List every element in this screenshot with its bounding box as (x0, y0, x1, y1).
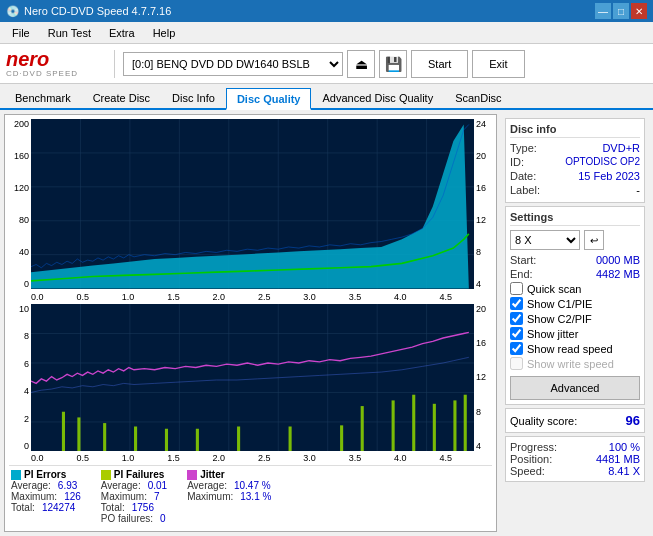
c1pie-label: Show C1/PIE (527, 298, 592, 310)
svg-rect-28 (134, 426, 137, 451)
pi-failures-group: PI Failures Average: 0.01 Maximum: 7 Tot… (101, 469, 167, 524)
jitter-label: Jitter (200, 469, 224, 480)
titlebar-title: 💿 Nero CD-DVD Speed 4.7.7.16 (6, 5, 171, 18)
menu-run-test[interactable]: Run Test (40, 25, 99, 41)
start-button[interactable]: Start (411, 50, 468, 78)
chart-area: 200 160 120 80 40 0 (4, 114, 497, 532)
svg-rect-35 (392, 400, 395, 451)
top-y-right-5: 4 (476, 279, 481, 289)
drive-select[interactable]: [0:0] BENQ DVD DD DW1640 BSLB (123, 52, 343, 76)
disc-type-row: Type: DVD+R (510, 142, 640, 154)
logo: nero CD·DVD SPEED (6, 48, 106, 80)
quick-scan-row: Quick scan (510, 282, 640, 295)
c2pif-label: Show C2/PIF (527, 313, 592, 325)
write-speed-row: Show write speed (510, 357, 640, 370)
write-speed-checkbox[interactable] (510, 357, 523, 370)
advanced-button[interactable]: Advanced (510, 376, 640, 400)
c1pie-row: Show C1/PIE (510, 297, 640, 310)
pi-failures-color (101, 470, 111, 480)
quick-scan-label: Quick scan (527, 283, 581, 295)
bot-y-left-5: 0 (24, 441, 29, 451)
toolbar-divider (114, 50, 115, 78)
top-y-left-1: 160 (14, 151, 29, 161)
bot-y-left-4: 2 (24, 414, 29, 424)
settings-save-button[interactable]: ↩ (584, 230, 604, 250)
disc-info-section: Disc info Type: DVD+R ID: OPTODISC OP2 D… (505, 118, 645, 203)
top-y-right-3: 12 (476, 215, 486, 225)
top-y-right-4: 8 (476, 247, 481, 257)
speed-select[interactable]: 8 X (510, 230, 580, 250)
svg-rect-31 (237, 426, 240, 451)
svg-rect-32 (289, 426, 292, 451)
c2pif-row: Show C2/PIF (510, 312, 640, 325)
pi-errors-label: PI Errors (24, 469, 66, 480)
settings-section: Settings 8 X ↩ Start: 0000 MB End: 4482 … (505, 206, 645, 405)
stats-bar: PI Errors Average: 6.93 Maximum: 126 Tot… (9, 465, 492, 527)
tab-create-disc[interactable]: Create Disc (82, 86, 161, 108)
start-mb-row: Start: 0000 MB (510, 254, 640, 266)
close-button[interactable]: ✕ (631, 3, 647, 19)
jitter-color (187, 470, 197, 480)
jitter-checkbox[interactable] (510, 327, 523, 340)
svg-rect-25 (62, 411, 65, 451)
bot-y-right-1: 16 (476, 338, 486, 348)
c2pif-checkbox[interactable] (510, 312, 523, 325)
top-y-right-2: 16 (476, 183, 486, 193)
menu-extra[interactable]: Extra (101, 25, 143, 41)
app-title: Nero CD-DVD Speed 4.7.7.16 (24, 5, 171, 17)
tab-scan-disc[interactable]: ScanDisc (444, 86, 512, 108)
exit-button[interactable]: Exit (472, 50, 524, 78)
top-y-left-5: 0 (24, 279, 29, 289)
c1pie-checkbox[interactable] (510, 297, 523, 310)
progress-section: Progress: 100 % Position: 4481 MB Speed:… (505, 436, 645, 482)
menu-file[interactable]: File (4, 25, 38, 41)
right-panel: Disc info Type: DVD+R ID: OPTODISC OP2 D… (501, 114, 649, 532)
svg-rect-27 (103, 423, 106, 451)
tabbar: Benchmark Create Disc Disc Info Disc Qua… (0, 84, 653, 110)
svg-rect-36 (412, 394, 415, 451)
read-speed-row: Show read speed (510, 342, 640, 355)
disc-date-row: Date: 15 Feb 2023 (510, 170, 640, 182)
bot-y-right-4: 4 (476, 441, 481, 451)
svg-rect-29 (165, 428, 168, 451)
app-icon: 💿 (6, 5, 20, 18)
svg-rect-26 (77, 417, 80, 451)
eject-button[interactable]: ⏏ (347, 50, 375, 78)
disc-label-row: Label: - (510, 184, 640, 196)
top-y-right-0: 24 (476, 119, 486, 129)
top-y-left-3: 80 (19, 215, 29, 225)
bot-y-right-2: 12 (476, 372, 486, 382)
read-speed-checkbox[interactable] (510, 342, 523, 355)
pi-failures-label: PI Failures (114, 469, 165, 480)
svg-rect-30 (196, 428, 199, 451)
minimize-button[interactable]: — (595, 3, 611, 19)
save-button[interactable]: 💾 (379, 50, 407, 78)
menubar: File Run Test Extra Help (0, 22, 653, 44)
tab-disc-quality[interactable]: Disc Quality (226, 88, 312, 110)
top-y-left-2: 120 (14, 183, 29, 193)
quality-label: Quality score: (510, 415, 577, 427)
progress-row: Progress: 100 % (510, 441, 640, 453)
bot-y-right-3: 8 (476, 407, 481, 417)
menu-help[interactable]: Help (145, 25, 184, 41)
pi-errors-group: PI Errors Average: 6.93 Maximum: 126 Tot… (11, 469, 81, 524)
bot-y-left-1: 8 (24, 331, 29, 341)
maximize-button[interactable]: □ (613, 3, 629, 19)
read-speed-label: Show read speed (527, 343, 613, 355)
pi-errors-color (11, 470, 21, 480)
quality-section: Quality score: 96 (505, 408, 645, 433)
logo-text: nero (6, 49, 49, 69)
write-speed-label: Show write speed (527, 358, 614, 370)
top-y-left-0: 200 (14, 119, 29, 129)
jitter-group: Jitter Average: 10.47 % Maximum: 13.1 % (187, 469, 271, 524)
tab-advanced-disc-quality[interactable]: Advanced Disc Quality (311, 86, 444, 108)
jitter-label: Show jitter (527, 328, 578, 340)
end-mb-row: End: 4482 MB (510, 268, 640, 280)
quick-scan-checkbox[interactable] (510, 282, 523, 295)
quality-score: 96 (626, 413, 640, 428)
tab-disc-info[interactable]: Disc Info (161, 86, 226, 108)
bot-y-left-3: 4 (24, 386, 29, 396)
main-content: 200 160 120 80 40 0 (0, 110, 653, 536)
tab-benchmark[interactable]: Benchmark (4, 86, 82, 108)
bot-y-left-0: 10 (19, 304, 29, 314)
